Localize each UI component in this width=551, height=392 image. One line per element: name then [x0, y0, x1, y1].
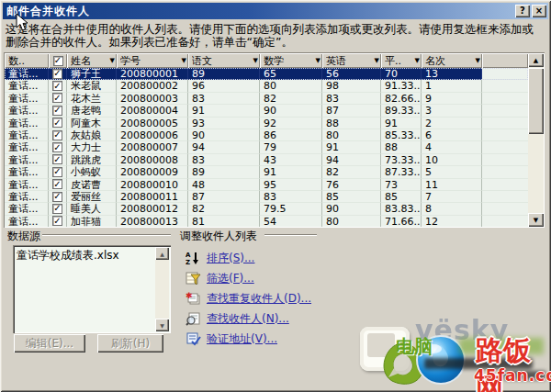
row-checkbox[interactable]: ✓ [52, 167, 62, 177]
column-header[interactable]: 数.. [5, 53, 49, 68]
table-row[interactable]: 童话...✓唐老鸭20080000491908789.33...3 [5, 105, 528, 117]
table-row[interactable]: 童话...✓米老鼠20080000296809891.33...1 [5, 80, 528, 92]
datasource-file-item[interactable]: 童话学校成绩表.xlsx [17, 248, 119, 263]
table-row[interactable]: 童话...✓灰姑娘20080000690868085.33...6 [5, 129, 528, 141]
table-cell: 82 [188, 203, 260, 215]
row-filler [482, 166, 528, 178]
listbox-scrollbar[interactable]: ▲ ▼ [155, 247, 169, 331]
validate-address-link[interactable]: 验证地址(V)... [207, 331, 277, 347]
column-dropdown-icon[interactable]: ▼ [110, 57, 115, 64]
row-checkbox-cell[interactable]: ✓ [49, 203, 67, 215]
table-row[interactable]: 童话...✓阿童木200800005939288912 [5, 118, 528, 129]
table-cell: 88 [381, 141, 422, 153]
scroll-down-icon[interactable]: ▼ [528, 213, 544, 227]
scrollbar-thumb[interactable] [528, 68, 544, 134]
row-checkbox-cell[interactable]: ✓ [49, 68, 67, 80]
datasource-group-label: 数据源 [7, 229, 40, 244]
column-dropdown-icon[interactable]: ▼ [375, 57, 379, 64]
find-duplicates-link[interactable]: 查找重复收件人(D)... [207, 291, 311, 307]
column-header[interactable]: 平..▼ [381, 53, 422, 68]
column-dropdown-icon[interactable]: ▼ [415, 57, 420, 64]
row-checkbox-cell[interactable]: ✓ [49, 118, 67, 129]
table-row[interactable]: 童话...✓加菲猫20080001381548071.66...12 [5, 216, 528, 227]
table-row[interactable]: 童话...✓花木兰20080000383828382.66...9 [5, 93, 528, 105]
column-header[interactable]: 名次▼ [422, 53, 482, 68]
row-checkbox-cell[interactable]: ✓ [49, 216, 67, 227]
table-row[interactable]: 童话...✓睡美人2008000128279.59083.83...8 [5, 203, 528, 215]
row-checkbox[interactable]: ✓ [52, 130, 62, 140]
datasource-listbox[interactable]: 童话学校成绩表.xlsx ▲ ▼ [13, 245, 171, 333]
row-checkbox-cell[interactable]: ✓ [49, 191, 67, 203]
table-cell: 71.66... [381, 216, 422, 227]
row-checkbox-cell[interactable]: ✓ [49, 166, 67, 178]
table-row[interactable]: 童话...✓狮子王2008000018965567013 [5, 68, 528, 80]
row-checkbox-cell[interactable]: ✓ [49, 141, 67, 153]
row-checkbox[interactable]: ✓ [52, 154, 62, 164]
row-checkbox-cell[interactable]: ✓ [49, 154, 67, 166]
row-filler [482, 191, 528, 203]
find-duplicates-icon: ✱ [186, 291, 201, 306]
row-checkbox[interactable]: ✓ [52, 204, 62, 214]
row-checkbox[interactable]: ✓ [52, 106, 62, 116]
table-row[interactable]: 童话...✓皮诺曹2008000104895767311 [5, 179, 528, 191]
row-checkbox[interactable]: ✓ [52, 118, 62, 128]
column-dropdown-icon[interactable]: ▼ [253, 57, 258, 64]
row-checkbox[interactable]: ✓ [52, 93, 62, 103]
column-dropdown-icon[interactable]: ▼ [316, 57, 320, 64]
table-cell: 皮诺曹 [67, 179, 117, 191]
row-checkbox[interactable]: ✓ [52, 81, 62, 91]
row-filler [482, 118, 528, 129]
edit-button[interactable]: 编辑(E)... [14, 334, 85, 353]
column-dropdown-icon[interactable]: ▼ [476, 57, 480, 64]
row-checkbox-cell[interactable]: ✓ [49, 80, 67, 92]
close-icon[interactable]: × [532, 5, 546, 17]
table-row[interactable]: 童话...✓跳跳虎20080000883439473.33...10 [5, 154, 528, 166]
column-header[interactable]: 姓名▼ [67, 53, 117, 68]
help-icon[interactable]: ? [515, 5, 530, 17]
row-checkbox-cell[interactable]: ✓ [49, 179, 67, 191]
column-header[interactable]: 数学▼ [260, 53, 322, 68]
table-header: 数..✓姓名▼学号▼语文▼数学▼英语▼平..▼名次▼ [5, 53, 528, 68]
table-cell: 89.33... [381, 105, 422, 117]
row-checkbox[interactable]: ✓ [52, 69, 62, 79]
table-row[interactable]: 童话...✓大力士200800007947991884 [5, 141, 528, 153]
table-row[interactable]: 童话...✓小蚂蚁20080000989918287.33...5 [5, 166, 528, 178]
select-all-header[interactable]: ✓ [49, 53, 67, 68]
table-cell: 童话... [5, 216, 49, 227]
svg-text:Z: Z [186, 259, 190, 265]
scroll-down-icon[interactable]: ▼ [155, 319, 169, 331]
column-header[interactable]: 英语▼ [322, 53, 381, 68]
table-cell: 阿童木 [67, 118, 117, 129]
svg-text:A: A [186, 252, 191, 259]
row-checkbox-cell[interactable]: ✓ [49, 105, 67, 117]
table-scrollbar[interactable]: ▲ ▼ [528, 53, 544, 227]
table-cell: 童话... [5, 191, 49, 203]
row-checkbox[interactable]: ✓ [52, 192, 62, 202]
table-cell: 79 [260, 141, 322, 153]
row-checkbox[interactable]: ✓ [52, 216, 62, 226]
row-checkbox-cell[interactable]: ✓ [49, 93, 67, 105]
table-cell: 87.33... [381, 166, 422, 178]
table-row[interactable]: 童话...✓爱丽丝200800011878385857 [5, 191, 528, 203]
select-all-checkbox[interactable]: ✓ [53, 56, 63, 66]
table-cell: 童话... [5, 141, 49, 153]
table-cell: 4 [422, 141, 482, 153]
refresh-button[interactable]: 刷新(H) [97, 334, 163, 353]
watermark-green-blur [459, 338, 544, 354]
table-cell: 200800008 [117, 154, 188, 166]
row-checkbox[interactable]: ✓ [52, 179, 62, 189]
table-cell: 83 [260, 191, 322, 203]
column-header[interactable]: 学号▼ [117, 53, 188, 68]
scroll-up-icon[interactable]: ▲ [155, 247, 169, 260]
row-checkbox[interactable]: ✓ [52, 142, 62, 152]
table-cell: 92 [260, 118, 322, 129]
column-header[interactable]: 语文▼ [188, 53, 260, 68]
column-dropdown-icon[interactable]: ▼ [182, 57, 186, 64]
row-checkbox-cell[interactable]: ✓ [49, 129, 67, 141]
sort-link[interactable]: 排序(S)... [207, 251, 254, 266]
table-cell: 唐老鸭 [67, 105, 117, 117]
find-recipient-link[interactable]: 查找收件人(N)... [207, 311, 289, 327]
scroll-up-icon[interactable]: ▲ [528, 53, 544, 67]
titlebar[interactable]: 邮件合并收件人 ? × [3, 3, 548, 19]
filter-link[interactable]: 筛选(F)... [207, 271, 254, 286]
